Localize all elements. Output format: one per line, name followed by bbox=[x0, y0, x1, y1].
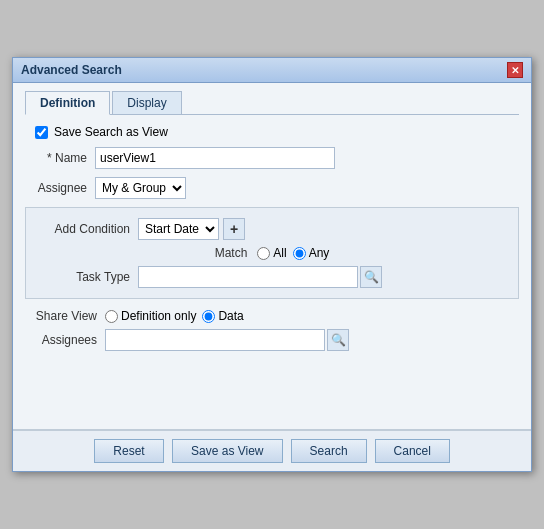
assignee-label: Assignee bbox=[25, 181, 95, 195]
add-condition-button[interactable]: + bbox=[223, 218, 245, 240]
cancel-button[interactable]: Cancel bbox=[375, 439, 450, 463]
save-search-label: Save Search as View bbox=[54, 125, 168, 139]
share-view-section: Share View Definition only Data Assignee… bbox=[25, 309, 519, 351]
condition-select[interactable]: Start Date End Date Priority Status bbox=[138, 218, 219, 240]
task-type-row: Task Type 🔍 bbox=[38, 266, 506, 288]
tab-bar: Definition Display bbox=[25, 91, 519, 115]
task-type-label: Task Type bbox=[38, 270, 138, 284]
reset-button[interactable]: Reset bbox=[94, 439, 164, 463]
dialog-titlebar: Advanced Search ✕ bbox=[13, 58, 531, 83]
save-as-view-button[interactable]: Save as View bbox=[172, 439, 283, 463]
dialog-body: Definition Display Save Search as View *… bbox=[13, 83, 531, 429]
assignees-input[interactable] bbox=[105, 329, 325, 351]
match-all-radio[interactable] bbox=[257, 247, 270, 260]
save-search-row: Save Search as View bbox=[35, 125, 519, 139]
match-any-label[interactable]: Any bbox=[293, 246, 330, 260]
match-any-radio[interactable] bbox=[293, 247, 306, 260]
definition-only-radio[interactable] bbox=[105, 310, 118, 323]
add-condition-label: Add Condition bbox=[38, 222, 138, 236]
dialog-footer: Reset Save as View Search Cancel bbox=[13, 429, 531, 471]
definition-only-text: Definition only bbox=[121, 309, 196, 323]
tab-display[interactable]: Display bbox=[112, 91, 181, 115]
match-all-label[interactable]: All bbox=[257, 246, 286, 260]
task-search-icon: 🔍 bbox=[364, 270, 379, 284]
definition-only-label[interactable]: Definition only bbox=[105, 309, 196, 323]
share-view-row: Share View Definition only Data bbox=[25, 309, 519, 323]
assignees-search-icon: 🔍 bbox=[331, 333, 346, 347]
data-radio[interactable] bbox=[202, 310, 215, 323]
assignees-label: Assignees bbox=[25, 333, 105, 347]
close-button[interactable]: ✕ bbox=[507, 62, 523, 78]
tab-definition[interactable]: Definition bbox=[25, 91, 110, 115]
assignee-row: Assignee My & Group My Group All bbox=[25, 177, 519, 199]
share-view-label: Share View bbox=[25, 309, 105, 323]
share-radio-group: Definition only Data bbox=[105, 309, 244, 323]
advanced-search-dialog: Advanced Search ✕ Definition Display Sav… bbox=[12, 57, 532, 472]
add-condition-row: Add Condition Start Date End Date Priori… bbox=[38, 218, 506, 240]
dialog-title: Advanced Search bbox=[21, 63, 122, 77]
match-row: Match All Any bbox=[38, 246, 506, 260]
task-type-input[interactable] bbox=[138, 266, 358, 288]
name-input[interactable] bbox=[95, 147, 335, 169]
data-label[interactable]: Data bbox=[202, 309, 243, 323]
task-type-search-button[interactable]: 🔍 bbox=[360, 266, 382, 288]
name-label: * Name bbox=[25, 151, 95, 165]
any-label: Any bbox=[309, 246, 330, 260]
match-label: Match bbox=[215, 246, 248, 260]
assignees-search-button[interactable]: 🔍 bbox=[327, 329, 349, 351]
search-button[interactable]: Search bbox=[291, 439, 367, 463]
assignee-select[interactable]: My & Group My Group All bbox=[95, 177, 186, 199]
name-row: * Name bbox=[25, 147, 519, 169]
save-search-checkbox[interactable] bbox=[35, 126, 48, 139]
all-label: All bbox=[273, 246, 286, 260]
condition-area: Add Condition Start Date End Date Priori… bbox=[25, 207, 519, 299]
match-radio-group: All Any bbox=[257, 246, 329, 260]
data-text: Data bbox=[218, 309, 243, 323]
assignees-row: Assignees 🔍 bbox=[25, 329, 519, 351]
